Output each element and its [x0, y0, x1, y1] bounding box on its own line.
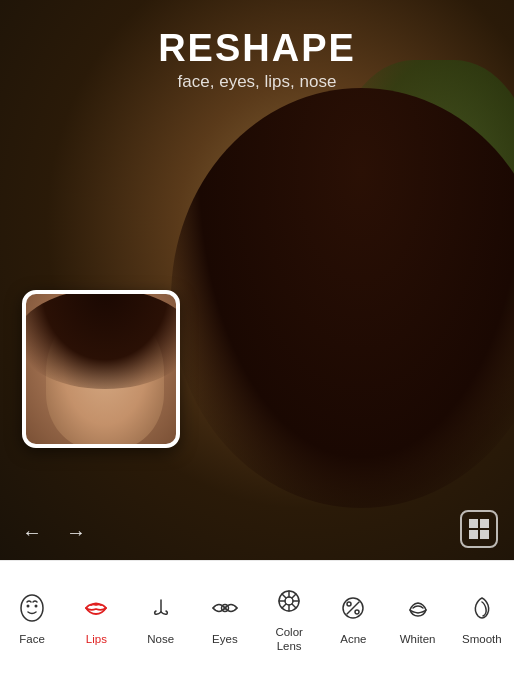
svg-point-1: [27, 605, 30, 608]
tool-face[interactable]: Face: [3, 589, 61, 647]
lips-icon: [77, 589, 115, 627]
thumbnail-hair: [22, 290, 180, 389]
compare-icon: [469, 519, 489, 539]
acne-label: Acne: [340, 633, 366, 647]
eyes-icon: [206, 589, 244, 627]
forward-arrow[interactable]: →: [66, 522, 86, 542]
back-arrow[interactable]: ←: [22, 522, 42, 542]
tool-eyes[interactable]: Eyes: [196, 589, 254, 647]
color-lens-icon: [270, 582, 308, 620]
smooth-icon: [463, 589, 501, 627]
compare-button[interactable]: [460, 510, 498, 548]
page-title: RESHAPE: [0, 28, 514, 70]
nose-label: Nose: [147, 633, 174, 647]
smooth-label: Smooth: [462, 633, 502, 647]
tool-nose[interactable]: Nose: [132, 589, 190, 647]
acne-icon: [334, 589, 372, 627]
lips-label: Lips: [86, 633, 107, 647]
face-icon: [13, 589, 51, 627]
nose-icon: [142, 589, 180, 627]
toolbar: Face Lips Nose: [0, 560, 514, 679]
face-label: Face: [19, 633, 45, 647]
tool-smooth[interactable]: Smooth: [453, 589, 511, 647]
whiten-icon: [399, 589, 437, 627]
header: RESHAPE face, eyes, lips, nose: [0, 28, 514, 92]
page-subtitle: face, eyes, lips, nose: [0, 72, 514, 92]
svg-point-17: [355, 610, 359, 614]
whiten-label: Whiten: [400, 633, 436, 647]
svg-line-12: [292, 604, 296, 608]
photo-area: RESHAPE face, eyes, lips, nose ← →: [0, 0, 514, 560]
svg-line-11: [282, 594, 286, 598]
svg-point-2: [35, 605, 38, 608]
svg-point-16: [347, 602, 351, 606]
svg-point-0: [21, 595, 43, 621]
face-skin: [251, 138, 471, 438]
tool-whiten[interactable]: Whiten: [389, 589, 447, 647]
comparison-thumbnail: [22, 290, 180, 448]
tool-lips[interactable]: Lips: [67, 589, 125, 647]
main-face: [231, 118, 491, 478]
tool-color-lens[interactable]: Color Lens: [260, 582, 318, 654]
eyes-label: Eyes: [212, 633, 238, 647]
navigation-arrows: ← →: [22, 522, 86, 542]
tool-acne[interactable]: Acne: [324, 589, 382, 647]
svg-line-13: [292, 594, 296, 598]
color-lens-label: Color Lens: [275, 626, 302, 654]
svg-point-4: [223, 607, 226, 610]
svg-line-14: [282, 604, 286, 608]
